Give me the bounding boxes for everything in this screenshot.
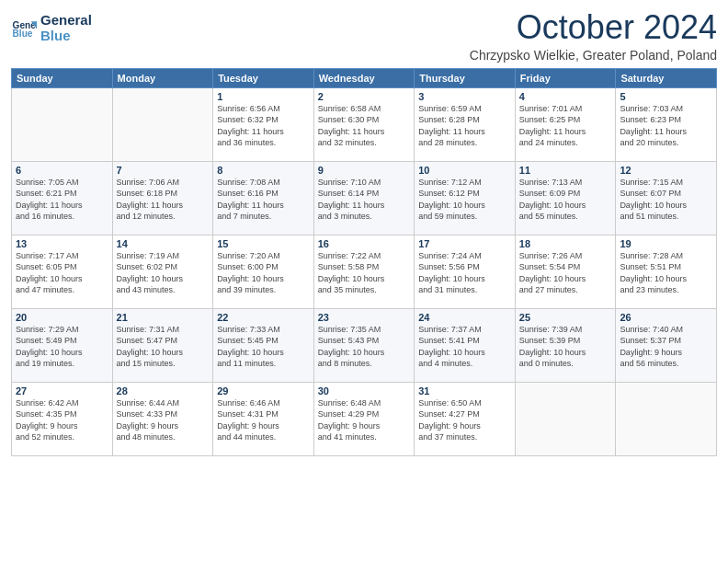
day-number: 20 [16,312,108,323]
day-info: Sunrise: 6:59 AM Sunset: 6:28 PM Dayligh… [418,103,511,149]
day-info: Sunrise: 7:29 AM Sunset: 5:49 PM Dayligh… [16,324,108,370]
day-info: Sunrise: 7:08 AM Sunset: 6:16 PM Dayligh… [217,177,310,223]
table-row: 28Sunrise: 6:44 AM Sunset: 4:33 PM Dayli… [112,382,213,455]
col-friday: Friday [515,68,616,87]
day-info: Sunrise: 6:42 AM Sunset: 4:35 PM Dayligh… [16,397,108,443]
table-row: 20Sunrise: 7:29 AM Sunset: 5:49 PM Dayli… [12,308,113,382]
table-row: 22Sunrise: 7:33 AM Sunset: 5:45 PM Dayli… [213,308,314,382]
calendar-week-row: 6Sunrise: 7:05 AM Sunset: 6:21 PM Daylig… [12,161,717,235]
day-info: Sunrise: 7:26 AM Sunset: 5:54 PM Dayligh… [519,250,612,296]
table-row: 8Sunrise: 7:08 AM Sunset: 6:16 PM Daylig… [213,161,314,235]
logo: General Blue General Blue [11,13,92,43]
day-number: 15 [217,238,310,249]
location-title: Chrzypsko Wielkie, Greater Poland, Polan… [470,48,717,63]
table-row: 16Sunrise: 7:22 AM Sunset: 5:58 PM Dayli… [313,235,415,308]
day-info: Sunrise: 7:40 AM Sunset: 5:37 PM Dayligh… [620,324,712,370]
table-row: 31Sunrise: 6:50 AM Sunset: 4:27 PM Dayli… [415,382,516,455]
day-info: Sunrise: 7:28 AM Sunset: 5:51 PM Dayligh… [620,250,712,296]
table-row: 6Sunrise: 7:05 AM Sunset: 6:21 PM Daylig… [12,161,113,235]
day-info: Sunrise: 7:13 AM Sunset: 6:09 PM Dayligh… [519,177,612,223]
day-info: Sunrise: 6:50 AM Sunset: 4:27 PM Dayligh… [418,397,511,443]
calendar-week-row: 13Sunrise: 7:17 AM Sunset: 6:05 PM Dayli… [12,235,717,308]
table-row [112,87,213,161]
table-row: 9Sunrise: 7:10 AM Sunset: 6:14 PM Daylig… [313,161,415,235]
day-info: Sunrise: 7:19 AM Sunset: 6:02 PM Dayligh… [117,250,210,296]
col-wednesday: Wednesday [313,68,415,87]
table-row: 12Sunrise: 7:15 AM Sunset: 6:07 PM Dayli… [616,161,717,235]
table-row: 4Sunrise: 7:01 AM Sunset: 6:25 PM Daylig… [515,87,616,161]
day-number: 16 [318,238,411,249]
day-number: 4 [519,91,612,102]
table-row: 15Sunrise: 7:20 AM Sunset: 6:00 PM Dayli… [213,235,314,308]
month-title: October 2024 [470,9,717,46]
day-info: Sunrise: 7:05 AM Sunset: 6:21 PM Dayligh… [16,177,108,223]
day-info: Sunrise: 7:17 AM Sunset: 6:05 PM Dayligh… [16,250,108,296]
day-number: 12 [620,165,712,176]
table-row: 21Sunrise: 7:31 AM Sunset: 5:47 PM Dayli… [112,308,213,382]
day-info: Sunrise: 7:01 AM Sunset: 6:25 PM Dayligh… [519,103,612,149]
day-number: 31 [418,385,511,396]
table-row: 30Sunrise: 6:48 AM Sunset: 4:29 PM Dayli… [313,382,415,455]
day-info: Sunrise: 6:44 AM Sunset: 4:33 PM Dayligh… [117,397,210,443]
day-number: 22 [217,312,310,323]
col-thursday: Thursday [415,68,516,87]
day-info: Sunrise: 7:06 AM Sunset: 6:18 PM Dayligh… [117,177,210,223]
day-info: Sunrise: 7:12 AM Sunset: 6:12 PM Dayligh… [418,177,511,223]
day-number: 7 [117,165,210,176]
header: General Blue General Blue October 2024 C… [11,9,717,63]
day-number: 27 [16,385,108,396]
day-number: 14 [117,238,210,249]
day-number: 25 [519,312,612,323]
svg-text:Blue: Blue [13,29,33,39]
calendar-week-row: 27Sunrise: 6:42 AM Sunset: 4:35 PM Dayli… [12,382,717,455]
day-number: 29 [217,385,310,396]
day-info: Sunrise: 7:03 AM Sunset: 6:23 PM Dayligh… [620,103,712,149]
logo-icon: General Blue [11,16,37,41]
table-row: 7Sunrise: 7:06 AM Sunset: 6:18 PM Daylig… [112,161,213,235]
calendar-table: Sunday Monday Tuesday Wednesday Thursday… [11,68,717,456]
col-monday: Monday [112,68,213,87]
day-info: Sunrise: 7:24 AM Sunset: 5:56 PM Dayligh… [418,250,511,296]
table-row: 29Sunrise: 6:46 AM Sunset: 4:31 PM Dayli… [213,382,314,455]
table-row: 17Sunrise: 7:24 AM Sunset: 5:56 PM Dayli… [415,235,516,308]
day-info: Sunrise: 7:31 AM Sunset: 5:47 PM Dayligh… [117,324,210,370]
calendar-week-row: 1Sunrise: 6:56 AM Sunset: 6:32 PM Daylig… [12,87,717,161]
day-info: Sunrise: 7:33 AM Sunset: 5:45 PM Dayligh… [217,324,310,370]
day-number: 5 [620,91,712,102]
table-row: 10Sunrise: 7:12 AM Sunset: 6:12 PM Dayli… [415,161,516,235]
day-info: Sunrise: 7:15 AM Sunset: 6:07 PM Dayligh… [620,177,712,223]
day-number: 26 [620,312,712,323]
day-info: Sunrise: 7:37 AM Sunset: 5:41 PM Dayligh… [418,324,511,370]
calendar-week-row: 20Sunrise: 7:29 AM Sunset: 5:49 PM Dayli… [12,308,717,382]
day-number: 9 [318,165,411,176]
table-row: 27Sunrise: 6:42 AM Sunset: 4:35 PM Dayli… [12,382,113,455]
table-row: 3Sunrise: 6:59 AM Sunset: 6:28 PM Daylig… [415,87,516,161]
day-info: Sunrise: 6:48 AM Sunset: 4:29 PM Dayligh… [318,397,411,443]
day-info: Sunrise: 7:22 AM Sunset: 5:58 PM Dayligh… [318,250,411,296]
day-number: 2 [318,91,411,102]
table-row: 18Sunrise: 7:26 AM Sunset: 5:54 PM Dayli… [515,235,616,308]
day-info: Sunrise: 7:35 AM Sunset: 5:43 PM Dayligh… [318,324,411,370]
calendar-header-row: Sunday Monday Tuesday Wednesday Thursday… [12,68,717,87]
day-number: 13 [16,238,108,249]
col-tuesday: Tuesday [213,68,314,87]
day-info: Sunrise: 6:46 AM Sunset: 4:31 PM Dayligh… [217,397,310,443]
table-row: 11Sunrise: 7:13 AM Sunset: 6:09 PM Dayli… [515,161,616,235]
day-number: 1 [217,91,310,102]
logo-general: General [40,13,92,29]
day-number: 30 [318,385,411,396]
day-info: Sunrise: 6:58 AM Sunset: 6:30 PM Dayligh… [318,103,411,149]
col-saturday: Saturday [616,68,717,87]
table-row: 23Sunrise: 7:35 AM Sunset: 5:43 PM Dayli… [313,308,415,382]
logo-blue: Blue [40,29,92,44]
title-block: October 2024 Chrzypsko Wielkie, Greater … [470,9,717,63]
table-row: 13Sunrise: 7:17 AM Sunset: 6:05 PM Dayli… [12,235,113,308]
day-number: 23 [318,312,411,323]
col-sunday: Sunday [12,68,113,87]
table-row [515,382,616,455]
table-row: 24Sunrise: 7:37 AM Sunset: 5:41 PM Dayli… [415,308,516,382]
table-row: 14Sunrise: 7:19 AM Sunset: 6:02 PM Dayli… [112,235,213,308]
table-row: 19Sunrise: 7:28 AM Sunset: 5:51 PM Dayli… [616,235,717,308]
day-number: 24 [418,312,511,323]
table-row: 2Sunrise: 6:58 AM Sunset: 6:30 PM Daylig… [313,87,415,161]
